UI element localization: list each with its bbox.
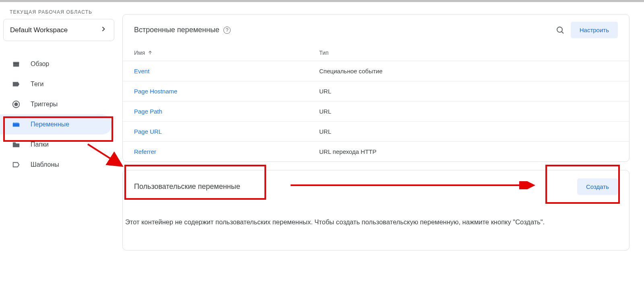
var-name-link[interactable]: Page Path: [134, 108, 319, 115]
var-type: URL: [319, 128, 618, 135]
builtins-card: Встроенные переменные ? Настроить Имя Ти…: [122, 14, 630, 162]
workspace-picker[interactable]: Default Workspace: [3, 19, 114, 41]
briefcase-icon: [11, 59, 21, 69]
empty-state-text: Этот контейнер не содержит пользовательс…: [123, 203, 629, 250]
nav-label: Папки: [31, 141, 49, 148]
var-type: Специальное событие: [319, 68, 618, 75]
chevron-right-icon: [99, 25, 107, 35]
custom-vars-card: Пользовательские переменные Создать Этот…: [122, 170, 630, 250]
search-button[interactable]: [553, 23, 568, 37]
svg-point-3: [557, 27, 562, 32]
table-header: Имя Тип: [123, 43, 629, 61]
sidebar: ТЕКУЩАЯ РАБОЧАЯ ОБЛАСТЬ Default Workspac…: [0, 2, 122, 250]
svg-point-2: [14, 103, 17, 106]
svg-line-4: [561, 31, 564, 33]
nav-tags[interactable]: Теги: [0, 74, 112, 94]
help-icon[interactable]: ?: [223, 27, 231, 34]
table-row[interactable]: Event Специальное событие: [123, 61, 629, 81]
var-name-link[interactable]: Page Hostname: [134, 88, 319, 95]
variables-icon: [11, 120, 21, 129]
folder-icon: [11, 140, 21, 149]
var-name-link[interactable]: Page URL: [134, 128, 319, 135]
nav-label: Переменные: [31, 121, 69, 128]
builtins-title-text: Встроенные переменные: [134, 26, 219, 34]
table-row[interactable]: Page Hostname URL: [123, 81, 629, 101]
sort-up-icon: [147, 50, 153, 56]
workspace-section-label: ТЕКУЩАЯ РАБОЧАЯ ОБЛАСТЬ: [0, 9, 122, 19]
custom-vars-title: Пользовательские переменные: [134, 182, 240, 191]
tag-icon: [11, 79, 21, 89]
var-name-link[interactable]: Event: [134, 68, 319, 75]
nav-templates[interactable]: Шаблоны: [0, 155, 112, 175]
configure-button[interactable]: Настроить: [571, 22, 618, 38]
var-type: URL: [319, 88, 618, 95]
workspace-name: Default Workspace: [10, 26, 68, 34]
col-header-type[interactable]: Тип: [319, 50, 618, 56]
nav-label: Теги: [31, 81, 44, 88]
nav-label: Триггеры: [31, 101, 58, 108]
main-content: Встроенные переменные ? Настроить Имя Ти…: [122, 2, 644, 250]
nav-variables[interactable]: Переменные: [0, 114, 112, 135]
col-name-text: Имя: [134, 50, 145, 56]
template-icon: [11, 160, 21, 170]
nav-triggers[interactable]: Триггеры: [0, 94, 112, 114]
table-row[interactable]: Referrer URL перехода HTTP: [123, 142, 629, 161]
nav-label: Обзор: [31, 60, 49, 68]
table-row[interactable]: Page Path URL: [123, 101, 629, 122]
var-type: URL: [319, 108, 618, 115]
nav-label: Шаблоны: [31, 161, 59, 168]
nav-overview[interactable]: Обзор: [0, 54, 112, 74]
nav-list: Обзор Теги Триггеры Переменные: [0, 51, 122, 175]
var-name-link[interactable]: Referrer: [134, 148, 319, 155]
builtins-title: Встроенные переменные ?: [134, 26, 231, 34]
table-row[interactable]: Page URL URL: [123, 122, 629, 142]
target-icon: [11, 99, 21, 109]
var-type: URL перехода HTTP: [319, 148, 618, 155]
nav-folders[interactable]: Папки: [0, 135, 112, 155]
svg-rect-0: [13, 62, 19, 63]
create-button[interactable]: Создать: [577, 178, 618, 195]
col-header-name[interactable]: Имя: [134, 50, 319, 56]
